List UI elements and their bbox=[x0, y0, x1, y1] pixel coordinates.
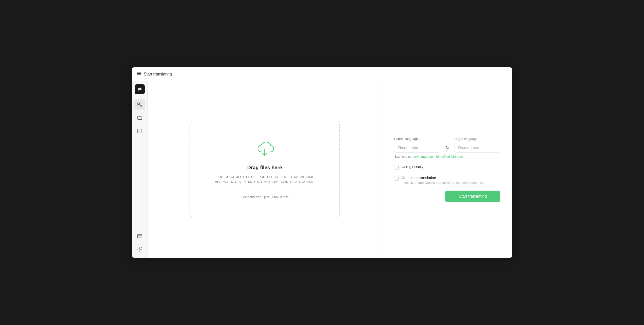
language-labels-row: Source language Target language bbox=[394, 137, 500, 141]
title-bar: Start translating bbox=[132, 67, 512, 81]
content-area: Drag files here .PDF .DOCX .XLSX .PPTX .… bbox=[148, 81, 512, 258]
complete-translation-checkbox[interactable] bbox=[394, 176, 399, 181]
svg-rect-4 bbox=[140, 105, 141, 107]
sidebar-item-folder[interactable] bbox=[134, 112, 145, 123]
target-language-select[interactable]: Please select bbox=[454, 143, 500, 153]
settings-panel: Source language Target language Please s… bbox=[382, 81, 512, 258]
language-inputs-row: Please select Please select bbox=[394, 143, 500, 153]
target-language-label: Target language bbox=[454, 137, 500, 141]
sidebar: ⇌ bbox=[132, 81, 148, 258]
complete-translation-option-row: Complete translation If checked, and Cre… bbox=[394, 176, 500, 185]
glossary-content: Use glossary bbox=[402, 165, 423, 169]
svg-rect-3 bbox=[137, 103, 139, 105]
drop-zone-formats: .PDF .DOCX .XLSX .PPTX .EPUB .PO .SRT .T… bbox=[212, 175, 317, 185]
drop-zone[interactable]: Drag files here .PDF .DOCX .XLSX .PPTX .… bbox=[190, 122, 340, 217]
menu-icon[interactable] bbox=[137, 71, 141, 77]
swap-languages-button[interactable] bbox=[443, 144, 451, 152]
svg-rect-9 bbox=[137, 235, 142, 238]
svg-point-11 bbox=[139, 249, 140, 250]
glossary-label: Use glossary bbox=[402, 165, 423, 169]
sidebar-item-list[interactable] bbox=[134, 125, 145, 136]
main-layout: ⇌ bbox=[132, 81, 512, 258]
sidebar-item-settings[interactable] bbox=[134, 244, 145, 255]
last-choice-row: Last choice Any language - Simplified Ch… bbox=[394, 155, 500, 158]
source-language-select[interactable]: Please select bbox=[394, 143, 440, 153]
upload-cloud-icon bbox=[255, 140, 275, 159]
complete-translation-content: Complete translation If checked, and Cre… bbox=[402, 176, 485, 185]
sidebar-logo[interactable]: ⇌ bbox=[135, 84, 145, 94]
page-title: Start translating bbox=[144, 72, 172, 76]
sidebar-bottom bbox=[134, 231, 145, 255]
complete-translation-label: Complete translation bbox=[402, 176, 485, 180]
drop-zone-size-note: *Supports files up to 300M in size bbox=[241, 195, 289, 199]
complete-translation-desc: If checked, and Credits are sufficient, … bbox=[402, 181, 485, 185]
logo-icon: ⇌ bbox=[138, 87, 141, 92]
sidebar-item-billing[interactable] bbox=[134, 231, 145, 242]
app-window: Start translating ⇌ bbox=[132, 67, 512, 258]
start-translating-button[interactable]: Start translating bbox=[445, 191, 500, 202]
drop-zone-title: Drag files here bbox=[247, 165, 282, 171]
sidebar-item-translate[interactable] bbox=[134, 99, 145, 110]
last-choice-prefix: Last choice bbox=[395, 155, 412, 158]
language-section: Source language Target language Please s… bbox=[394, 137, 500, 158]
upload-panel: Drag files here .PDF .DOCX .XLSX .PPTX .… bbox=[148, 81, 382, 258]
source-language-label: Source language bbox=[394, 137, 440, 141]
glossary-option-row: Use glossary bbox=[394, 165, 500, 170]
glossary-checkbox[interactable] bbox=[394, 165, 399, 170]
last-choice-link[interactable]: Any language - Simplified Chinese bbox=[413, 155, 463, 158]
